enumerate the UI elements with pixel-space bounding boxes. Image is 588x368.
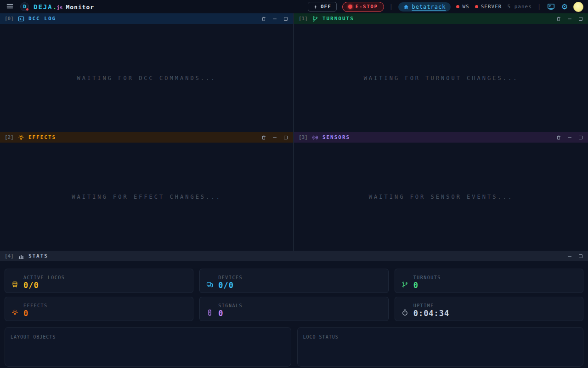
brand-suffix: js: [57, 5, 62, 11]
stat-label: TURNOUTS: [413, 275, 441, 280]
gear-icon: ⚙: [561, 3, 568, 11]
pane-turnouts: [1] TURNOUTS WAITING FOR TURNOUT CHANGES…: [294, 13, 588, 132]
maximize-pane-button[interactable]: [578, 16, 583, 22]
minimize-pane-button[interactable]: [567, 253, 572, 259]
waiting-message: WAITING FOR SENSOR EVENTS...: [369, 194, 513, 200]
section-label: LAYOUT OBJECTS: [11, 334, 56, 339]
minimize-pane-button[interactable]: [567, 16, 572, 22]
pane-controls: [261, 16, 288, 22]
pane-title: STATS: [28, 253, 48, 259]
stat-label: ACTIVE LOCOS: [23, 275, 65, 280]
minimize-pane-button[interactable]: [272, 16, 277, 22]
app-brand: DEJA . js Monitor: [34, 3, 94, 11]
maximize-pane-button[interactable]: [283, 16, 288, 22]
layout-badge[interactable]: betatrack: [398, 2, 451, 12]
stats-sections: LAYOUT OBJECTS LOCO STATUS: [5, 327, 583, 367]
pane-header-sensors: [3] SENSORS: [294, 132, 588, 143]
estop-label: E-STOP: [356, 4, 378, 10]
minimize-pane-button[interactable]: [272, 135, 277, 140]
pane-dcc-log: [0] DCC LOG WAITING FOR DCC COMMANDS...: [0, 13, 294, 132]
lightning-icon: [313, 4, 318, 10]
maximize-pane-button[interactable]: [578, 135, 583, 140]
maximize-icon: [283, 135, 288, 140]
pane-header-stats: [4] STATS: [0, 251, 588, 261]
waiting-message: WAITING FOR EFFECT CHANGES...: [72, 194, 221, 200]
server-status-label: SERVER: [481, 4, 502, 10]
stopwatch-icon: [401, 309, 408, 316]
ws-status-label: WS: [462, 4, 469, 10]
display-settings-button[interactable]: [547, 2, 556, 12]
trash-icon: [261, 16, 266, 22]
minus-icon: [567, 16, 572, 22]
pane-index: [0]: [5, 16, 14, 22]
clear-pane-button[interactable]: [261, 135, 266, 140]
branch-icon: [312, 16, 318, 22]
waiting-message: WAITING FOR TURNOUT CHANGES...: [364, 75, 519, 81]
stat-label: EFFECTS: [23, 303, 48, 308]
maximize-icon: [283, 16, 288, 22]
loco-status-panel: LOCO STATUS: [297, 327, 584, 367]
ws-status: WS: [456, 4, 469, 10]
terminal-icon: [18, 16, 24, 22]
waiting-message: WAITING FOR DCC COMMANDS...: [77, 75, 216, 81]
minus-icon: [272, 135, 277, 140]
brand-name: DEJA: [34, 3, 53, 11]
pane-header-dcc-log: [0] DCC LOG: [0, 13, 293, 24]
clear-pane-button[interactable]: [556, 135, 561, 140]
settings-button[interactable]: ⚙: [561, 3, 568, 11]
maximize-icon: [578, 16, 583, 22]
maximize-icon: [578, 253, 583, 259]
topbar-divider: |: [390, 3, 393, 10]
pane-header-turnouts: [1] TURNOUTS: [294, 13, 588, 24]
pane-title: DCC LOG: [28, 16, 56, 22]
pane-index: [1]: [299, 16, 308, 22]
estop-button[interactable]: E-STOP: [342, 2, 384, 12]
bulb-icon: [18, 134, 24, 141]
minimize-pane-button[interactable]: [567, 135, 572, 140]
server-status-dot-icon: [475, 5, 478, 8]
pane-controls: [567, 253, 583, 259]
section-label: LOCO STATUS: [303, 334, 339, 339]
stat-card-signals: SIGNALS 0: [199, 297, 388, 321]
brand-dot: .: [53, 3, 57, 11]
server-status: SERVER: [475, 4, 502, 10]
stat-card-devices: DEVICES 0/0: [199, 269, 388, 293]
maximize-pane-button[interactable]: [283, 135, 288, 140]
stat-cards: ACTIVE LOCOS 0/0 DEVICES 0/0 TURNOUTS: [5, 269, 583, 321]
pane-header-effects: [2] EFFECTS: [0, 132, 293, 143]
pane-count-label: 5 panes: [507, 4, 531, 10]
power-off-button[interactable]: OFF: [308, 2, 337, 12]
pane-body-turnouts: WAITING FOR TURNOUT CHANGES...: [294, 24, 588, 132]
avatar[interactable]: [573, 2, 583, 12]
branch-icon: [401, 281, 408, 288]
pane-body-dcc-log: WAITING FOR DCC COMMANDS...: [0, 24, 293, 132]
menu-button[interactable]: [5, 2, 15, 12]
topbar: D DEJA . js Monitor OFF E-STOP | betatra…: [0, 0, 588, 13]
pane-title: SENSORS: [322, 134, 350, 140]
pane-title: TURNOUTS: [322, 16, 354, 22]
pane-stats: [4] STATS ACTIVE LOCOS 0/0: [0, 251, 588, 368]
minus-icon: [567, 253, 572, 259]
pane-index: [4]: [5, 253, 14, 259]
pane-grid: [0] DCC LOG WAITING FOR DCC COMMANDS... …: [0, 13, 588, 251]
pane-index: [2]: [5, 134, 14, 140]
power-off-label: OFF: [321, 4, 331, 10]
stat-value: 0/0: [23, 281, 65, 290]
topbar-divider: |: [537, 3, 541, 10]
stat-label: DEVICES: [218, 275, 243, 280]
house-icon: [403, 4, 409, 10]
trash-icon: [556, 16, 561, 22]
clear-pane-button[interactable]: [261, 16, 266, 22]
stat-value: 0:04:34: [413, 309, 450, 318]
train-icon: [11, 281, 18, 288]
maximize-pane-button[interactable]: [578, 253, 583, 259]
devices-icon: [206, 281, 213, 288]
minus-icon: [567, 135, 572, 140]
stat-value: 0: [218, 309, 243, 318]
clear-pane-button[interactable]: [556, 16, 561, 22]
broadcast-icon: [312, 134, 318, 141]
ws-status-dot-icon: [456, 5, 459, 8]
pane-controls: [556, 135, 583, 140]
maximize-icon: [578, 135, 583, 140]
hamburger-icon: [6, 2, 14, 12]
